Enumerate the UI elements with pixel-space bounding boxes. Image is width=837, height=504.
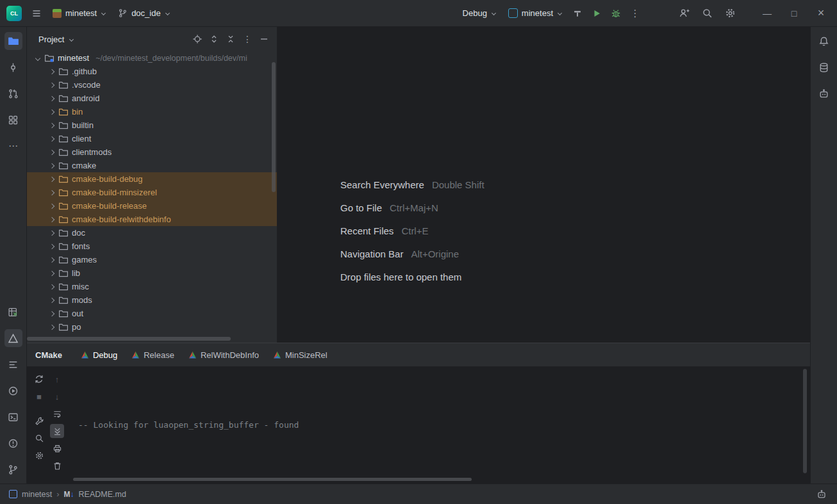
tree-row[interactable]: builtin — [27, 118, 277, 132]
chevron-right-icon[interactable] — [49, 149, 54, 154]
console-vertical-scrollbar[interactable] — [803, 369, 807, 473]
more-actions-button[interactable]: ⋮ — [627, 5, 643, 22]
cmake-profile-tab[interactable]: Release — [124, 343, 181, 366]
tree-row[interactable]: .vscode — [27, 78, 277, 92]
chevron-right-icon[interactable] — [49, 311, 54, 316]
panel-options-button[interactable]: ⋮ — [240, 31, 255, 47]
search-everywhere-button[interactable] — [699, 5, 715, 22]
cmake-settings-button[interactable] — [32, 414, 46, 428]
chevron-right-icon[interactable] — [49, 122, 54, 127]
tree-row[interactable]: cmake — [27, 159, 277, 172]
tree-row[interactable]: android — [27, 92, 277, 105]
chevron-right-icon[interactable] — [49, 163, 54, 168]
commit-tool-button[interactable] — [4, 58, 22, 76]
chevron-right-icon[interactable] — [49, 297, 54, 302]
expand-all-button[interactable] — [206, 31, 222, 47]
maximize-button[interactable]: □ — [784, 4, 804, 22]
clear-all-button[interactable] — [50, 459, 64, 473]
stop-button[interactable]: ■ — [32, 389, 46, 403]
project-selector[interactable]: minetest — [47, 5, 110, 21]
notifications-button[interactable] — [815, 32, 833, 50]
chevron-right-icon[interactable] — [49, 243, 54, 248]
tree-root-row[interactable]: minetest ~/dev/minetest_development/buil… — [27, 51, 277, 65]
chevron-right-icon[interactable] — [49, 69, 54, 74]
cmake-profile-tab[interactable]: MinSizeRel — [266, 343, 335, 366]
project-vertical-scrollbar[interactable] — [272, 62, 276, 192]
run-button[interactable] — [588, 5, 605, 22]
tree-row[interactable]: games — [27, 253, 277, 266]
chevron-right-icon[interactable] — [49, 190, 54, 195]
more-tool-windows-button[interactable]: ⋯ — [4, 137, 22, 155]
minimize-button[interactable]: — — [758, 4, 777, 22]
chevron-right-icon[interactable] — [49, 82, 54, 87]
ai-assistant-tool-button[interactable] — [815, 85, 833, 102]
tree-row[interactable]: client — [27, 132, 277, 145]
project-tool-button[interactable] — [4, 32, 22, 50]
console-settings-button[interactable] — [32, 448, 46, 462]
run-configuration-selector[interactable]: minetest — [503, 5, 567, 21]
reload-cmake-button[interactable] — [32, 372, 46, 386]
chevron-right-icon[interactable] — [49, 176, 54, 181]
build-button[interactable] — [569, 5, 586, 22]
version-control-tool-button[interactable] — [4, 460, 22, 478]
chevron-right-icon[interactable] — [49, 257, 54, 262]
tree-row[interactable]: po — [27, 320, 277, 334]
chevron-right-icon[interactable] — [49, 216, 54, 222]
tree-row[interactable]: bin — [27, 105, 277, 118]
branch-selector[interactable]: doc_ide — [113, 5, 174, 21]
previous-message-button[interactable]: ↑ — [50, 372, 64, 386]
chevron-right-icon[interactable] — [49, 203, 54, 208]
run-mode-selector[interactable]: Debug — [458, 5, 501, 21]
structure-tool-button[interactable] — [4, 111, 22, 129]
tree-row[interactable]: cmake-build-debug — [27, 172, 277, 186]
cmake-profile-tab[interactable]: RelWithDebInfo — [181, 343, 266, 366]
chevron-right-icon[interactable] — [49, 270, 54, 275]
scroll-to-end-button[interactable] — [50, 424, 64, 438]
open-cmakecache-button[interactable] — [32, 431, 46, 445]
print-button[interactable] — [50, 441, 64, 455]
next-message-button[interactable]: ↓ — [50, 389, 64, 403]
tree-row[interactable]: clientmods — [27, 145, 277, 159]
chevron-right-icon[interactable] — [49, 324, 54, 329]
status-bar-right[interactable] — [816, 489, 827, 500]
tree-row[interactable]: misc — [27, 280, 277, 293]
select-opened-file-button[interactable] — [190, 31, 205, 47]
todo-tool-button[interactable] — [4, 355, 22, 373]
terminal-tool-button[interactable] — [4, 408, 22, 426]
chevron-right-icon[interactable] — [49, 136, 54, 141]
settings-button[interactable] — [722, 5, 738, 22]
tree-row[interactable]: .github — [27, 65, 277, 78]
breadcrumb-project[interactable]: minetest — [22, 490, 52, 499]
main-menu-button[interactable] — [28, 5, 45, 22]
tree-row[interactable]: doc — [27, 226, 277, 240]
database-tool-button[interactable] — [815, 58, 833, 76]
chevron-right-icon[interactable] — [49, 95, 54, 101]
chevron-down-icon[interactable] — [35, 55, 40, 60]
problems-tool-button[interactable] — [4, 434, 22, 452]
chevron-right-icon[interactable] — [49, 230, 54, 235]
project-panel-title[interactable]: Project — [38, 35, 73, 44]
project-horizontal-scrollbar[interactable] — [27, 337, 231, 341]
breadcrumb-file[interactable]: README.md — [79, 490, 126, 499]
cmake-profile-tab[interactable]: Debug — [74, 343, 124, 366]
tree-row[interactable]: lib — [27, 266, 277, 280]
close-button[interactable]: × — [811, 4, 831, 22]
console-horizontal-scrollbar[interactable] — [73, 478, 472, 481]
tree-row[interactable]: mods — [27, 293, 277, 307]
collapse-all-button[interactable] — [223, 31, 238, 47]
run-tool-button[interactable] — [4, 382, 22, 400]
debug-button[interactable] — [608, 5, 624, 22]
pull-requests-tool-button[interactable] — [4, 85, 22, 102]
code-with-me-button[interactable] — [675, 5, 692, 22]
tree-row[interactable]: cmake-build-minsizerel — [27, 186, 277, 199]
tree-row[interactable]: fonts — [27, 240, 277, 253]
cmake-tool-button[interactable] — [4, 329, 22, 347]
tree-row[interactable]: cmake-build-release — [27, 199, 277, 213]
hide-panel-button[interactable] — [256, 31, 272, 47]
chevron-right-icon[interactable] — [49, 284, 54, 289]
chevron-right-icon[interactable] — [49, 109, 54, 114]
table-editor-tool-button[interactable] — [4, 303, 22, 321]
soft-wrap-button[interactable] — [50, 407, 64, 421]
tree-row[interactable]: cmake-build-relwithdebinfo — [27, 213, 277, 226]
tree-row[interactable]: out — [27, 307, 277, 320]
